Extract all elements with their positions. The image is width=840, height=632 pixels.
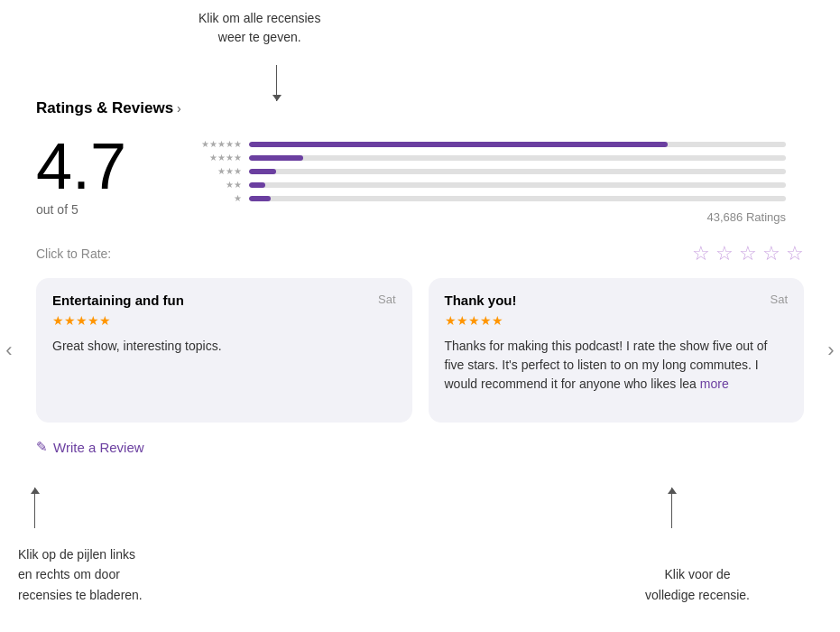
nav-next-button[interactable]: › (818, 332, 840, 368)
rate-stars[interactable]: ☆ ☆ ☆ ☆ ☆ (692, 242, 804, 265)
ratings-header: Ratings & Reviews › (36, 99, 804, 117)
main-content: Ratings & Reviews › 4.7 out of 5 ★★★★★★★… (36, 99, 804, 455)
bar-stars-1: ★★★★★ (189, 139, 242, 149)
bar-fill-5 (249, 196, 271, 201)
bar-stars-4: ★★ (189, 180, 242, 190)
review-more-link-2[interactable]: more (700, 376, 729, 391)
review-card-2: Thank you! Sat ★★★★★ Thanks for making t… (429, 278, 805, 423)
rate-star-5[interactable]: ☆ (786, 242, 804, 265)
bar-fill-1 (249, 142, 668, 147)
nav-prev-button[interactable]: ‹ (0, 332, 22, 368)
click-to-rate-label: Click to Rate: (36, 246, 111, 261)
rate-star-3[interactable]: ☆ (739, 242, 757, 265)
big-score-number: 4.7 (36, 134, 126, 199)
review-date-1: Sat (378, 293, 396, 306)
bar-fill-4 (249, 182, 265, 188)
bar-fill-3 (249, 169, 276, 174)
bar-track-5 (249, 196, 786, 201)
bar-rows: ★★★★★★★★★★★★★★★ (189, 139, 786, 203)
annotation-arrow-top (276, 65, 277, 101)
click-to-rate-row: Click to Rate: ☆ ☆ ☆ ☆ ☆ (36, 242, 804, 265)
review-header-1: Entertaining and fun Sat (52, 293, 396, 308)
write-review-link[interactable]: Write a Review (53, 440, 144, 455)
big-score-block: 4.7 out of 5 (36, 134, 162, 217)
rate-star-2[interactable]: ☆ (715, 242, 734, 265)
stars-bars-block: ★★★★★★★★★★★★★★★ 43,686 Ratings (189, 134, 786, 224)
bar-row-5: ★ (189, 193, 786, 203)
out-of-label: out of 5 (36, 202, 78, 217)
bar-track-4 (249, 182, 786, 188)
review-date-2: Sat (770, 293, 788, 306)
review-stars-1: ★★★★★ (52, 313, 396, 328)
bar-stars-3: ★★★ (189, 166, 242, 176)
annotation-bottom-left: Klik op de pijlen links en rechts om doo… (18, 544, 143, 605)
annotation-bottom-right: Klik voor de volledige recensie. (645, 564, 750, 605)
write-review-row: ✎ Write a Review (36, 439, 804, 455)
review-header-2: Thank you! Sat (445, 293, 789, 308)
bar-stars-5: ★ (189, 193, 242, 203)
bar-fill-2 (249, 155, 303, 161)
annotation-arrow-left (34, 488, 35, 528)
bar-row-2: ★★★★ (189, 153, 786, 163)
review-text-1: Great show, interesting topics. (52, 337, 396, 356)
annotation-top: Klik om alle recensies weer te geven. (198, 9, 320, 47)
ratings-chevron[interactable]: › (177, 101, 181, 116)
review-card-1: Entertaining and fun Sat ★★★★★ Great sho… (36, 278, 412, 423)
bar-row-4: ★★ (189, 180, 786, 190)
bar-track-1 (249, 142, 786, 147)
review-title-1: Entertaining and fun (52, 293, 184, 308)
review-title-2: Thank you! (445, 293, 517, 308)
review-stars-2: ★★★★★ (445, 313, 789, 328)
bar-row-1: ★★★★★ (189, 139, 786, 149)
ratings-row: 4.7 out of 5 ★★★★★★★★★★★★★★★ 43,686 Rati… (36, 134, 804, 224)
review-text-2: Thanks for making this podcast! I rate t… (445, 337, 789, 394)
bar-track-3 (249, 169, 786, 174)
bar-stars-2: ★★★★ (189, 153, 242, 163)
ratings-title[interactable]: Ratings & Reviews (36, 99, 173, 117)
ratings-count: 43,686 Ratings (189, 210, 786, 224)
write-review-icon: ✎ (36, 439, 48, 455)
rate-star-4[interactable]: ☆ (762, 242, 780, 265)
rate-star-1[interactable]: ☆ (692, 242, 710, 265)
bar-track-2 (249, 155, 786, 161)
annotation-arrow-right (671, 488, 672, 528)
bar-row-3: ★★★ (189, 166, 786, 176)
reviews-row: ‹ Entertaining and fun Sat ★★★★★ Great s… (36, 278, 804, 423)
